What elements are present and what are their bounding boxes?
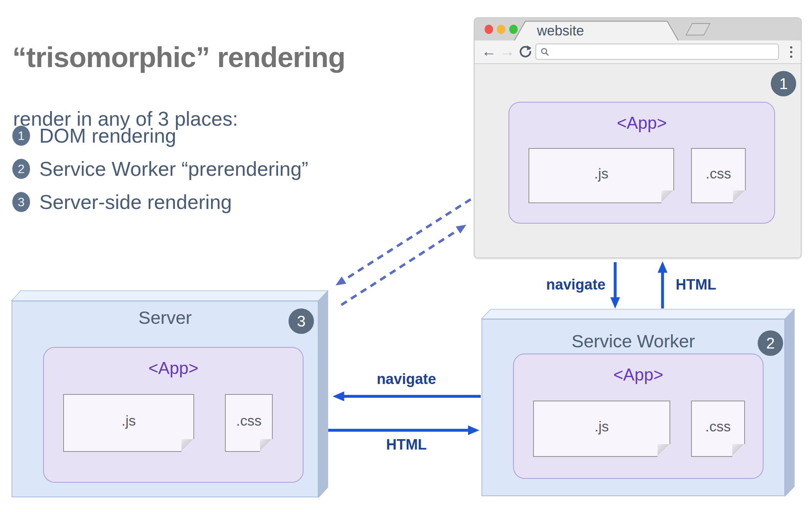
html-label-horizontal: HTML: [343, 436, 470, 453]
dashed-arrow-server-to-browser: [341, 230, 458, 305]
legend-item-dom: 1 DOM rendering: [12, 125, 308, 147]
navigate-label-vertical: navigate: [546, 276, 606, 293]
legend-badge-2: 2: [12, 159, 30, 179]
url-bar[interactable]: [535, 44, 779, 60]
window-close-icon[interactable]: [485, 25, 493, 34]
legend-badge-1: 1: [12, 126, 30, 146]
js-file: .js: [533, 401, 670, 457]
legend-item-service-worker: 2 Service Worker “prerendering”: [12, 158, 308, 180]
legend-list: 1 DOM rendering 2 Service Worker “preren…: [12, 125, 308, 224]
step-badge-1: 1: [771, 71, 796, 96]
back-button[interactable]: ←: [481, 42, 496, 61]
window-minimize-icon[interactable]: [497, 25, 505, 34]
server-app-box: <App> .js .css: [43, 347, 304, 483]
service-worker-box-top-face: [481, 309, 794, 319]
legend-label: Server-side rendering: [39, 190, 232, 214]
browser-toolbar: ← →: [475, 40, 801, 64]
css-file-label: .css: [705, 419, 731, 435]
browser-menu-icon[interactable]: [790, 46, 792, 58]
page-title: “trisomorphic” rendering: [12, 41, 345, 74]
service-worker-app-box: <App> .js .css: [513, 354, 763, 479]
url-input[interactable]: [553, 45, 776, 58]
html-label-vertical: HTML: [676, 276, 716, 293]
step-badge-2: 2: [758, 330, 783, 356]
css-file-label: .css: [706, 166, 731, 182]
server-box-top-face: [12, 291, 328, 301]
tab-title: website: [537, 23, 584, 39]
app-label: <App>: [514, 365, 763, 384]
navigate-label-horizontal: navigate: [343, 371, 470, 387]
server-box: Server 3 <App> .js .css: [12, 301, 319, 497]
js-file-label: .js: [122, 413, 136, 429]
browser-window: website ← → 1 <App>: [474, 17, 802, 258]
css-file: .css: [691, 401, 745, 457]
legend-label: DOM rendering: [39, 124, 176, 147]
css-file: .css: [691, 148, 746, 203]
forward-button[interactable]: →: [500, 42, 515, 61]
browser-app-box: <App> .js .css: [508, 102, 775, 224]
app-label: <App>: [44, 359, 303, 378]
service-worker-box: Service Worker 2 <App> .js .css: [481, 319, 785, 496]
dashed-arrow-browser-to-server: [344, 199, 471, 280]
step-badge-3: 3: [289, 308, 314, 334]
browser-titlebar: website: [475, 18, 801, 41]
js-file-label: .js: [595, 419, 609, 435]
js-file: .js: [528, 148, 674, 203]
css-file: .css: [225, 394, 273, 452]
new-tab-button[interactable]: [685, 23, 710, 35]
legend-item-server-side: 3 Server-side rendering: [12, 191, 308, 213]
legend-badge-3: 3: [12, 192, 30, 212]
css-file-label: .css: [236, 413, 262, 429]
js-file: .js: [63, 394, 194, 452]
server-title: Server: [12, 307, 318, 328]
service-worker-title: Service Worker: [482, 330, 784, 352]
trisomorphic-rendering-diagram: “trisomorphic” rendering render in any o…: [0, 0, 812, 512]
search-icon: [540, 47, 550, 57]
js-file-label: .js: [594, 166, 609, 182]
server-box-side-face: [319, 291, 328, 497]
legend-label: Service Worker “prerendering”: [39, 157, 308, 180]
service-worker-box-side-face: [785, 309, 794, 496]
app-label: <App>: [509, 113, 774, 133]
reload-icon[interactable]: [518, 45, 532, 59]
